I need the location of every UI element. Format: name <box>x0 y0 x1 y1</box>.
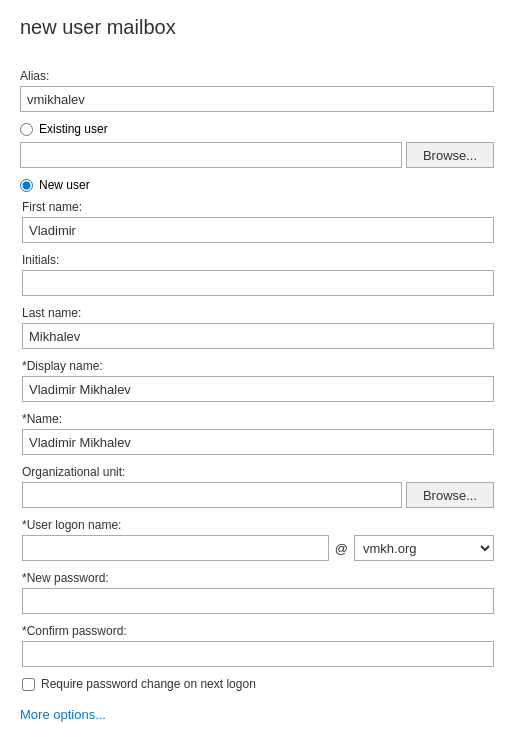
alias-label: Alias: <box>20 69 494 83</box>
more-options-link[interactable]: More options... <box>20 707 494 722</box>
existing-user-browse-button[interactable]: Browse... <box>406 142 494 168</box>
alias-section: Alias: <box>20 69 494 112</box>
initials-section: Initials: <box>22 253 494 296</box>
existing-user-radio[interactable] <box>20 123 33 136</box>
new-password-label: *New password: <box>22 571 494 585</box>
last-name-section: Last name: <box>22 306 494 349</box>
first-name-section: First name: <box>22 200 494 243</box>
name-input[interactable] <box>22 429 494 455</box>
existing-user-browse-input[interactable] <box>20 142 402 168</box>
existing-user-radio-label[interactable]: Existing user <box>20 122 494 136</box>
page-title: new user mailbox <box>20 16 494 49</box>
alias-input[interactable] <box>20 86 494 112</box>
existing-user-browse-row: Browse... <box>20 142 494 168</box>
existing-user-label: Existing user <box>39 122 108 136</box>
new-user-group: New user <box>20 178 494 192</box>
new-password-section: *New password: <box>22 571 494 614</box>
initials-input[interactable] <box>22 270 494 296</box>
display-name-input[interactable] <box>22 376 494 402</box>
user-logon-row: @ vmkh.org <box>22 535 494 561</box>
display-name-section: *Display name: <box>22 359 494 402</box>
at-symbol: @ <box>335 541 348 556</box>
confirm-password-section: *Confirm password: <box>22 624 494 667</box>
first-name-label: First name: <box>22 200 494 214</box>
org-unit-browse-button[interactable]: Browse... <box>406 482 494 508</box>
confirm-password-input[interactable] <box>22 641 494 667</box>
last-name-input[interactable] <box>22 323 494 349</box>
last-name-label: Last name: <box>22 306 494 320</box>
first-name-input[interactable] <box>22 217 494 243</box>
display-name-label: *Display name: <box>22 359 494 373</box>
org-unit-browse-row: Browse... <box>22 482 494 508</box>
page-container: new user mailbox Alias: Existing user Br… <box>0 0 514 745</box>
user-logon-input[interactable] <box>22 535 329 561</box>
new-user-label: New user <box>39 178 90 192</box>
name-section: *Name: <box>22 412 494 455</box>
new-password-input[interactable] <box>22 588 494 614</box>
initials-label: Initials: <box>22 253 494 267</box>
name-label: *Name: <box>22 412 494 426</box>
require-password-change-label: Require password change on next logon <box>41 677 256 691</box>
confirm-password-label: *Confirm password: <box>22 624 494 638</box>
new-user-radio[interactable] <box>20 179 33 192</box>
existing-user-group: Existing user Browse... <box>20 122 494 168</box>
org-unit-label: Organizational unit: <box>22 465 494 479</box>
new-user-radio-label[interactable]: New user <box>20 178 494 192</box>
org-unit-section: Organizational unit: Browse... <box>22 465 494 508</box>
org-unit-browse-input[interactable] <box>22 482 402 508</box>
new-user-section: First name: Initials: Last name: *Displa… <box>20 200 494 691</box>
require-password-change-row: Require password change on next logon <box>22 677 494 691</box>
user-logon-label: *User logon name: <box>22 518 494 532</box>
require-password-change-checkbox[interactable] <box>22 678 35 691</box>
domain-select[interactable]: vmkh.org <box>354 535 494 561</box>
user-logon-section: *User logon name: @ vmkh.org <box>22 518 494 561</box>
